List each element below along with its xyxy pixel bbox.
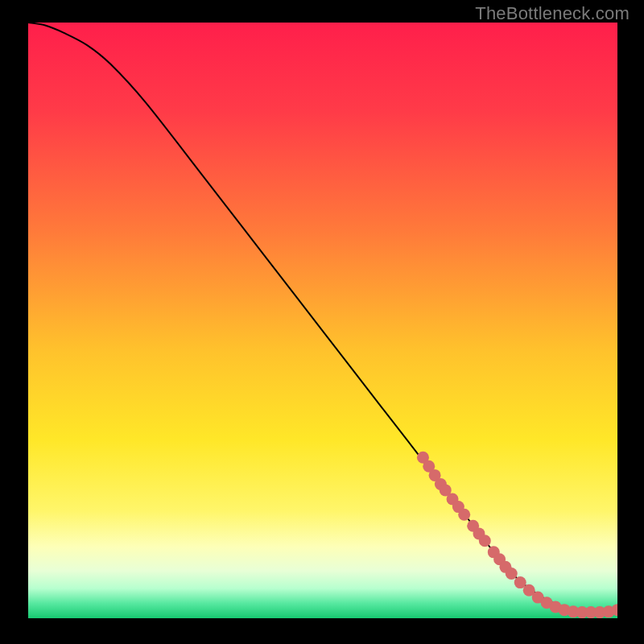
plot-area (28, 23, 617, 618)
chart-svg (28, 23, 617, 618)
sample-point (479, 535, 491, 547)
chart-frame: TheBottleneck.com (0, 0, 644, 644)
gradient-background (28, 23, 617, 618)
sample-point (506, 568, 518, 580)
watermark-text: TheBottleneck.com (475, 3, 630, 24)
sample-point (458, 509, 470, 521)
